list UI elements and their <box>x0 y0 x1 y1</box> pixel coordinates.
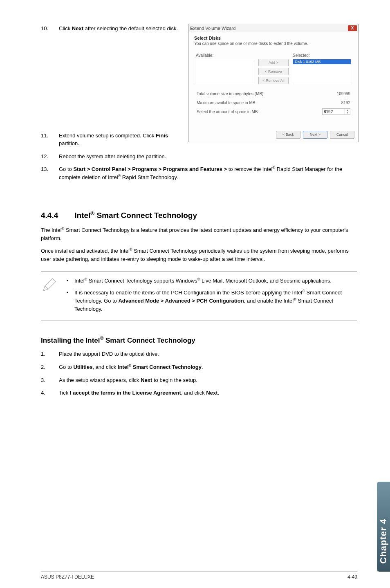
install-step-2: 2. Go to Utilities, and click Intel® Sma… <box>41 363 357 371</box>
step-number: 11. <box>41 132 59 148</box>
txt: to remove the Intel <box>229 166 273 172</box>
install-step-3: 3. As the setup wizard appears, click Ne… <box>41 376 357 384</box>
txt: after selecting the default selected dis… <box>83 25 178 31</box>
step-text: Click Next after selecting the default s… <box>59 25 182 33</box>
step-number: 13. <box>41 165 59 182</box>
back-button[interactable]: < Back <box>276 131 300 139</box>
bold: Finis <box>156 132 168 139</box>
txt: The Intel <box>41 227 62 233</box>
txt: Go to <box>59 166 73 172</box>
step-12: 12. Reboot the system after deleting the… <box>41 153 357 161</box>
space-spinner[interactable]: ▲▼ <box>322 108 350 115</box>
txt: Go to <box>59 364 73 370</box>
txt: , and enable the Intel <box>244 298 294 304</box>
dialog-header: Select Disks <box>194 36 353 40</box>
txt: Intel <box>74 211 90 220</box>
space-input[interactable] <box>322 108 345 115</box>
note-item: • It is necessary to enable the items of… <box>61 289 357 313</box>
bold: Next <box>206 390 217 396</box>
reg: ® <box>302 289 305 293</box>
page-footer: ASUS P8Z77-I DELUXE 4-49 <box>41 571 357 580</box>
add-button[interactable]: Add > <box>258 59 289 66</box>
bold: Intel® Smart Connect Technology <box>118 364 202 370</box>
step-text: Tick I accept the terms in the License A… <box>59 389 357 397</box>
reg: ® <box>294 297 296 301</box>
step-text: Go to Start > Control Panel > Programs >… <box>59 165 357 182</box>
txt: Smart Connect Technology <box>94 211 197 220</box>
txt: . <box>202 364 203 370</box>
step-number: 12. <box>41 153 59 161</box>
txt: Intel <box>118 364 129 370</box>
select-space-label: Select the amount of space in MB: <box>197 110 259 114</box>
chapter-side-tab: Chapter 4 <box>377 482 390 572</box>
step-text: Go to Utilities, and click Intel® Smart … <box>59 363 357 371</box>
section-title: Intel® Smart Connect Technology <box>74 211 197 220</box>
reg: ® <box>130 247 132 251</box>
extend-volume-wizard-dialog: Extend Volume Wizard X Select Disks You … <box>188 24 359 142</box>
step-13: 13. Go to Start > Control Panel > Progra… <box>41 165 357 182</box>
reg: ® <box>100 335 104 341</box>
dialog-title: Extend Volume Wizard <box>190 26 235 31</box>
txt: It is necessary to enable the items of t… <box>74 290 302 296</box>
dialog-titlebar: Extend Volume Wizard X <box>188 24 359 32</box>
bold: Utilities <box>73 364 92 370</box>
sub-heading: Installing the Intel® Smart Connect Tech… <box>41 335 357 345</box>
remove-button[interactable]: < Remove <box>258 68 289 75</box>
txt: As the setup wizard appears, click <box>59 377 141 383</box>
txt: Extend volume setup is completed. Click <box>59 132 156 139</box>
txt: Smart Connect Technology <box>103 336 195 344</box>
selected-listbox[interactable]: Disk 1 8192 MB <box>293 59 351 84</box>
install-step-1: 1. Place the support DVD to the optical … <box>41 350 357 358</box>
step-text: Place the support DVD to the optical dri… <box>59 350 357 358</box>
step-number: 10. <box>41 25 59 33</box>
install-step-4: 4. Tick I accept the terms in the Licens… <box>41 389 357 397</box>
section-number: 4.4.4 <box>41 211 58 220</box>
spin-up-icon[interactable]: ▲ <box>345 109 350 112</box>
paragraph: The Intel® Smart Connect Technology is a… <box>41 226 357 242</box>
bold: Advanced Mode > Advanced > PCH Configura… <box>118 298 244 304</box>
chapter-label: Chapter 4 <box>378 518 389 563</box>
txt: Smart Connect Technology <box>131 364 202 370</box>
step-number: 1. <box>41 350 59 358</box>
txt: Smart Connect Technology supports Window… <box>87 278 197 284</box>
available-listbox[interactable] <box>196 59 254 84</box>
total-size-value: 109999 <box>337 92 350 96</box>
total-size-label: Total volume size in megabytes (MB): <box>197 92 264 96</box>
note-item: • Intel® Smart Connect Technology suppor… <box>61 277 357 285</box>
paragraph: Once installed and activated, the Intel®… <box>41 247 357 263</box>
spin-down-icon[interactable]: ▼ <box>345 112 350 114</box>
txt: Live Mail, Microsoft Outlook, and Seesmi… <box>200 278 332 284</box>
footer-left: ASUS P8Z77-I DELUXE <box>41 574 94 580</box>
bold: Next <box>141 377 152 383</box>
txt: , and click <box>181 390 206 396</box>
max-space-value: 8192 <box>341 101 350 105</box>
selected-item[interactable]: Disk 1 8192 MB <box>293 59 351 64</box>
txt: Installing the Intel <box>41 336 100 344</box>
close-icon[interactable]: X <box>348 25 357 31</box>
bold: Start > Control Panel > Programs > Progr… <box>73 166 228 172</box>
txt: to begin the setup. <box>152 377 197 383</box>
txt: , and click <box>92 364 117 370</box>
txt: Smart Connect Technology is a feature th… <box>41 227 348 241</box>
step-text: As the setup wizard appears, click Next … <box>59 376 357 384</box>
dialog-subheader: You can use space on one or more disks t… <box>194 41 353 46</box>
txt: . <box>217 390 219 396</box>
txt: Tick <box>59 390 70 396</box>
step-number: 2. <box>41 363 59 371</box>
txt: Once installed and activated, the Intel <box>41 248 130 254</box>
remove-all-button[interactable]: < Remove All <box>258 77 289 84</box>
next-button[interactable]: Next > <box>303 131 327 139</box>
cancel-button[interactable]: Cancel <box>330 131 354 139</box>
bullet-icon: • <box>61 289 74 313</box>
reg: ® <box>90 210 94 216</box>
bold: Next <box>72 25 83 31</box>
bullet-icon: • <box>61 277 74 285</box>
note-pen-icon <box>41 277 61 295</box>
selected-label: Selected: <box>293 53 351 58</box>
footer-right: 4-49 <box>347 574 357 580</box>
max-space-label: Maximum available space in MB: <box>197 101 256 105</box>
txt: Intel <box>74 278 85 284</box>
step-number: 4. <box>41 389 59 397</box>
bold: I accept the terms in the License Agreem… <box>70 390 181 396</box>
txt: Click <box>59 25 72 31</box>
